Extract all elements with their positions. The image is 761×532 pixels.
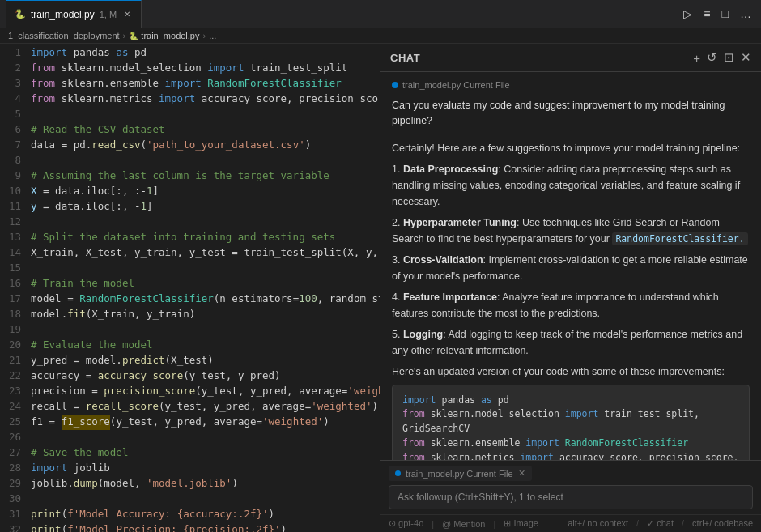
code-line: joblib.dump(model, 'model.joblib') xyxy=(26,476,380,492)
context-tag: train_model.py Current File xyxy=(392,80,750,90)
line-numbers: 12345 678910 1112131415 1617181920 21222… xyxy=(0,44,26,532)
chat-title: CHAT xyxy=(390,52,420,64)
code-line: from sklearn.ensemble import RandomFores… xyxy=(26,76,380,92)
chat-input-context-tab: train_model.py Current File ✕ xyxy=(389,466,532,481)
assistant-message: Certainly! Here are a few suggestions to… xyxy=(392,140,750,461)
updated-version-label: Here's an updated version of your code w… xyxy=(392,364,750,380)
separator: | xyxy=(493,519,495,529)
user-message: Can you evaluate my code and suggest imp… xyxy=(392,98,750,129)
history-button[interactable]: ↺ xyxy=(707,50,717,65)
input-context-dot xyxy=(395,470,401,476)
context-label: train_model.py Current File xyxy=(402,80,510,90)
code-line: model.fit(X_train, y_train) xyxy=(26,307,380,322)
breadcrumb-part-1[interactable]: 1_classification_deployment xyxy=(8,31,120,40)
new-chat-button[interactable]: + xyxy=(693,51,700,65)
chat-header-actions: + ↺ ⊡ ✕ xyxy=(693,50,751,65)
code-line: precision = precision_score(y_test, y_pr… xyxy=(26,384,380,399)
breadcrumb-part-3[interactable]: ... xyxy=(209,31,216,40)
separator: | xyxy=(432,519,434,529)
code-line: model = RandomForestClassifier(n_estimat… xyxy=(26,292,380,307)
breadcrumb: 1_classification_deployment › 🐍 train_mo… xyxy=(0,28,761,44)
code-line: X_train, X_test, y_train, y_test = train… xyxy=(26,245,380,261)
no-context-button[interactable]: alt+/ no context xyxy=(568,518,628,529)
popout-button[interactable]: ⊡ xyxy=(724,50,734,65)
context-dot xyxy=(392,82,398,88)
code-block: import pandas as pd from sklearn.model_s… xyxy=(392,385,750,461)
suggestion-3: 3. Cross-Validation: Implement cross-val… xyxy=(392,252,750,284)
right-status: alt+/ no context / ✓ chat / ctrl+/ codeb… xyxy=(568,518,753,529)
chat-mode-button[interactable]: ✓ chat xyxy=(647,518,674,529)
suggestion-2: 2. Hyperparameter Tuning: Use techniques… xyxy=(392,215,750,247)
editor-panel[interactable]: 12345 678910 1112131415 1617181920 21222… xyxy=(0,44,380,532)
run-button[interactable]: ▷ xyxy=(680,6,695,22)
input-tab-close[interactable]: ✕ xyxy=(518,468,525,479)
code-line xyxy=(26,430,380,445)
mention-button[interactable]: @ Mention xyxy=(442,519,485,529)
chat-bottom-bar: ⊙ gpt-4o | @ Mention | ⊞ Image alt+/ no … xyxy=(380,514,761,532)
code-line: import pandas as pd xyxy=(26,45,380,61)
main-area: 12345 678910 1112131415 1617181920 21222… xyxy=(0,44,761,532)
suggestion-5: 5. Logging: Add logging to keep track of… xyxy=(392,326,750,359)
code-line xyxy=(26,261,380,276)
tab-close-button[interactable]: ✕ xyxy=(121,8,133,20)
code-line: print(f'Model Accuracy: {accuracy:.2f}') xyxy=(26,507,380,522)
code-line xyxy=(26,215,380,230)
code-line: y_pred = model.predict(X_test) xyxy=(26,353,380,368)
code-line: from sklearn.model_selection import trai… xyxy=(26,61,380,76)
close-chat-button[interactable]: ✕ xyxy=(741,50,751,65)
codebase-button[interactable]: ctrl+/ codebase xyxy=(692,518,753,529)
chat-header: CHAT + ↺ ⊡ ✕ xyxy=(380,44,761,72)
breadcrumb-part-2[interactable]: 🐍 train_model.py xyxy=(129,31,199,40)
response-intro: Certainly! Here are a few suggestions to… xyxy=(392,140,750,156)
code-block-line: from sklearn.metrics import accuracy_sco… xyxy=(402,451,739,460)
breadcrumb-sep-2: › xyxy=(202,31,206,40)
input-tab-label: train_model.py Current File xyxy=(406,469,513,479)
tab-label: train_model.py xyxy=(31,9,95,20)
tab-toolbar: ▷ ≡ □ … xyxy=(680,6,755,22)
code-line: # Read the CSV dataset xyxy=(26,122,380,138)
tab-bar: 🐍 train_model.py 1, M ✕ ▷ ≡ □ … xyxy=(0,0,761,28)
code-block-line: from sklearn.ensemble import RandomFores… xyxy=(402,436,739,451)
code-line: X = data.iloc[:, :-1] xyxy=(26,184,380,199)
suggestion-4: 4. Feature Importance: Analyze feature i… xyxy=(392,289,750,321)
code-line xyxy=(26,322,380,338)
tab-badge: 1, M xyxy=(100,10,117,19)
code-line: # Evaluate the model xyxy=(26,338,380,353)
maximize-button[interactable]: □ xyxy=(719,6,732,22)
more-actions-button[interactable]: … xyxy=(737,6,755,22)
code-line: # Split the dataset into training and te… xyxy=(26,230,380,245)
code-block-line: from sklearn.model_selection import trai… xyxy=(402,407,739,436)
code-line: print(f'Model Precision: {precision:.2f}… xyxy=(26,522,380,532)
code-line xyxy=(26,153,380,168)
code-line: accuracy = accuracy_score(y_test, y_pred… xyxy=(26,368,380,384)
image-button[interactable]: ⊞ Image xyxy=(504,518,538,529)
inline-code-rfc: RandomForestClassifier. xyxy=(612,232,747,245)
breadcrumb-sep-1: › xyxy=(123,31,126,40)
code-line: # Save the model xyxy=(26,445,380,461)
code-line: y = data.iloc[:, -1] xyxy=(26,199,380,215)
model-selector[interactable]: ⊙ gpt-4o xyxy=(389,518,423,529)
suggestion-1: 1. Data Preprocessing: Consider adding d… xyxy=(392,161,750,210)
code-line: f1 = f1_score(y_test, y_pred, average='w… xyxy=(26,415,380,430)
code-line xyxy=(26,107,380,122)
code-line: # Train the model xyxy=(26,276,380,292)
code-line: recall = recall_score(y_test, y_pred, av… xyxy=(26,399,380,415)
chat-input-area: train_model.py Current File ✕ Ask follow… xyxy=(380,460,761,514)
python-file-icon: 🐍 xyxy=(15,9,26,19)
code-container: 12345 678910 1112131415 1617181920 21222… xyxy=(0,44,380,532)
code-line: # Assuming the last column is the target… xyxy=(26,168,380,184)
code-line xyxy=(26,492,380,507)
code-line: from sklearn.metrics import accuracy_sco… xyxy=(26,92,380,107)
code-line: data = pd.read_csv('path_to_your_dataset… xyxy=(26,138,380,153)
chat-input-box[interactable]: Ask followup (Ctrl+Shift+Y), 1 to select xyxy=(389,485,753,509)
editor-tab-active[interactable]: 🐍 train_model.py 1, M ✕ xyxy=(6,0,142,28)
code-lines: import pandas as pd from sklearn.model_s… xyxy=(26,44,380,532)
code-line: import joblib xyxy=(26,461,380,476)
chat-input-placeholder: Ask followup (Ctrl+Shift+Y), 1 to select xyxy=(398,492,563,503)
split-editor-button[interactable]: ≡ xyxy=(700,6,713,22)
chat-panel: CHAT + ↺ ⊡ ✕ train_model.py Current File… xyxy=(380,44,761,532)
chat-messages: train_model.py Current File Can you eval… xyxy=(380,72,761,460)
code-block-line: import pandas as pd xyxy=(402,394,739,408)
